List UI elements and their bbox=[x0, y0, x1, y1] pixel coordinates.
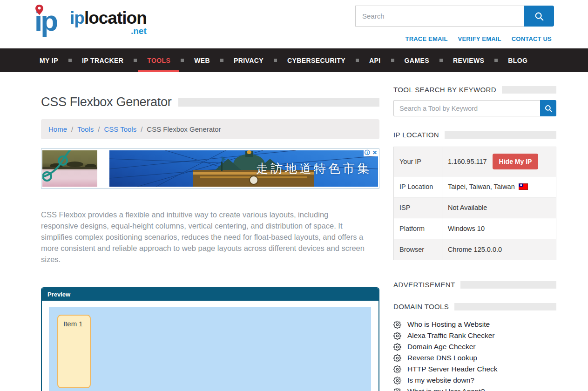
nav-separator bbox=[439, 59, 443, 62]
nav-separator bbox=[68, 59, 72, 62]
page-title: CSS Flexbox Generator bbox=[41, 95, 171, 109]
flex-preview-item[interactable]: Item 1 bbox=[57, 315, 91, 388]
nav-item-ip-tracker[interactable]: IP TRACKER bbox=[76, 48, 129, 72]
site-header: ip iplocation .net TRACE EMAIL VERIFY EM… bbox=[0, 0, 588, 48]
hide-my-ip-button[interactable]: Hide My IP bbox=[493, 154, 539, 169]
main-content: CSS Flexbox Generator Home / Tools / CSS… bbox=[41, 72, 379, 391]
gear-icon bbox=[393, 321, 401, 329]
tool-search-heading: TOOL SEARCH BY KEYWORD bbox=[393, 86, 556, 94]
table-row: ISP Not Available bbox=[394, 197, 556, 218]
row-label: ISP bbox=[394, 197, 442, 218]
ip-location-value: Taipei, Taiwan, Taiwan bbox=[448, 183, 515, 190]
preview-panel-header: Preview bbox=[42, 288, 378, 301]
row-value: 1.160.95.117 Hide My IP bbox=[442, 147, 556, 176]
gear-icon bbox=[393, 354, 401, 362]
ad-banner[interactable]: 走訪地道特色市集 ⓘ ✕ bbox=[41, 148, 379, 189]
search-icon bbox=[544, 104, 553, 113]
nav-separator bbox=[391, 59, 394, 62]
breadcrumb-tools[interactable]: Tools bbox=[77, 125, 94, 133]
row-label: Platform bbox=[394, 218, 442, 239]
your-ip-value: 1.160.95.117 bbox=[448, 158, 487, 165]
nav-item-cybersecurity[interactable]: CYBERSECURITY bbox=[281, 48, 351, 72]
ad-caption: 走訪地道特色市集 bbox=[256, 161, 372, 177]
nav-separator bbox=[220, 59, 223, 62]
list-item-domain-age[interactable]: Domain Age Checker bbox=[393, 343, 556, 351]
logo-tld: .net bbox=[70, 27, 147, 35]
nav-item-reviews[interactable]: REVIEWS bbox=[447, 48, 490, 72]
row-label: IP Location bbox=[394, 176, 442, 197]
logo-mark: ip bbox=[34, 4, 69, 38]
nav-separator bbox=[181, 59, 184, 62]
heading-decorative-bar bbox=[460, 281, 556, 289]
table-row: Platform Windows 10 bbox=[394, 218, 556, 239]
list-item-website-down[interactable]: Is my website down? bbox=[393, 376, 556, 384]
domain-tools-heading: DOMAIN TOOLS bbox=[393, 303, 556, 310]
breadcrumb-current: CSS Flexbox Generator bbox=[147, 125, 221, 133]
gear-icon bbox=[393, 388, 401, 391]
nav-separator bbox=[356, 59, 359, 62]
row-value: Taipei, Taiwan, Taiwan bbox=[442, 176, 556, 197]
breadcrumb-home[interactable]: Home bbox=[48, 125, 67, 133]
row-value: Not Available bbox=[442, 197, 556, 218]
nav-item-web[interactable]: WEB bbox=[188, 48, 216, 72]
ad-info-icon[interactable]: ⓘ bbox=[364, 149, 371, 156]
advertisement-heading: ADVERTISEMENT bbox=[393, 281, 556, 289]
flex-preview-container: Item 1 bbox=[49, 307, 371, 391]
preview-panel-body: Item 1 bbox=[42, 301, 378, 391]
verify-email-link[interactable]: VERIFY EMAIL bbox=[458, 35, 501, 42]
list-item-alexa-rank[interactable]: Alexa Traffic Rank Checker bbox=[393, 331, 556, 340]
table-row: IP Location Taipei, Taiwan, Taiwan bbox=[394, 176, 556, 197]
nav-item-my-ip[interactable]: MY IP bbox=[40, 48, 64, 72]
list-item-user-agent[interactable]: What is my User Agent? bbox=[393, 387, 556, 391]
breadcrumb: Home / Tools / CSS Tools / CSS Flexbox G… bbox=[41, 119, 379, 139]
nav-separator bbox=[274, 59, 277, 62]
ad-close-icon[interactable]: ✕ bbox=[371, 149, 378, 156]
heading-decorative-bar bbox=[454, 303, 556, 310]
breadcrumb-css-tools[interactable]: CSS Tools bbox=[104, 125, 136, 133]
gear-icon bbox=[393, 377, 401, 384]
breadcrumb-separator: / bbox=[71, 125, 73, 133]
row-value: Windows 10 bbox=[442, 218, 556, 239]
logo[interactable]: ip iplocation .net bbox=[34, 4, 147, 38]
contact-us-link[interactable]: CONTACT US bbox=[512, 35, 552, 42]
list-item-who-is-hosting[interactable]: Who is Hosting a Website bbox=[393, 320, 556, 329]
main-nav: MY IP IP TRACKER TOOLS WEB PRIVACY CYBER… bbox=[0, 48, 588, 72]
map-pin-icon bbox=[35, 5, 43, 15]
header-search-input[interactable] bbox=[355, 6, 524, 27]
gear-icon bbox=[393, 332, 401, 340]
gear-icon bbox=[393, 343, 401, 351]
breadcrumb-separator: / bbox=[141, 125, 142, 133]
logo-word-ip: ip bbox=[70, 8, 84, 27]
ip-location-heading: IP LOCATION bbox=[393, 131, 556, 139]
header-search-button[interactable] bbox=[524, 6, 554, 27]
title-decorative-bar bbox=[178, 98, 379, 107]
logo-word-location: location bbox=[84, 8, 147, 27]
nav-item-privacy[interactable]: PRIVACY bbox=[228, 48, 270, 72]
domain-tools-list: Who is Hosting a Website Alexa Traffic R… bbox=[393, 320, 556, 391]
table-row: Your IP 1.160.95.117 Hide My IP bbox=[394, 147, 556, 176]
row-label: Browser bbox=[394, 239, 442, 260]
nav-item-games[interactable]: GAMES bbox=[399, 48, 435, 72]
nav-item-blog[interactable]: BLOG bbox=[502, 48, 534, 72]
nav-separator bbox=[494, 59, 498, 62]
gear-icon bbox=[393, 365, 401, 373]
trace-email-link[interactable]: TRACE EMAIL bbox=[406, 35, 448, 42]
header-links: TRACE EMAIL VERIFY EMAIL CONTACT US bbox=[406, 35, 552, 42]
tool-description: CSS Flexbox provides a flexible and intu… bbox=[41, 209, 367, 265]
logo-wordmark: iplocation .net bbox=[70, 9, 147, 35]
ad-image-landscape bbox=[42, 150, 97, 187]
tool-search-button[interactable] bbox=[540, 100, 556, 116]
list-item-http-header[interactable]: HTTP Server Header Check bbox=[393, 365, 556, 373]
nav-item-tools[interactable]: TOOLS bbox=[141, 48, 176, 72]
search-icon bbox=[534, 11, 544, 21]
preview-panel: Preview Item 1 bbox=[41, 287, 379, 391]
ip-location-table: Your IP 1.160.95.117 Hide My IP IP Locat… bbox=[393, 147, 556, 260]
row-label: Your IP bbox=[394, 147, 442, 176]
heading-decorative-bar bbox=[445, 131, 556, 139]
header-search bbox=[355, 6, 554, 27]
list-item-reverse-dns[interactable]: Reverse DNS Lookup bbox=[393, 354, 556, 362]
nav-item-api[interactable]: API bbox=[363, 48, 387, 72]
tool-search-input[interactable] bbox=[393, 100, 540, 116]
nav-separator bbox=[134, 59, 137, 62]
table-row: Browser Chrome 125.0.0.0 bbox=[394, 239, 556, 260]
